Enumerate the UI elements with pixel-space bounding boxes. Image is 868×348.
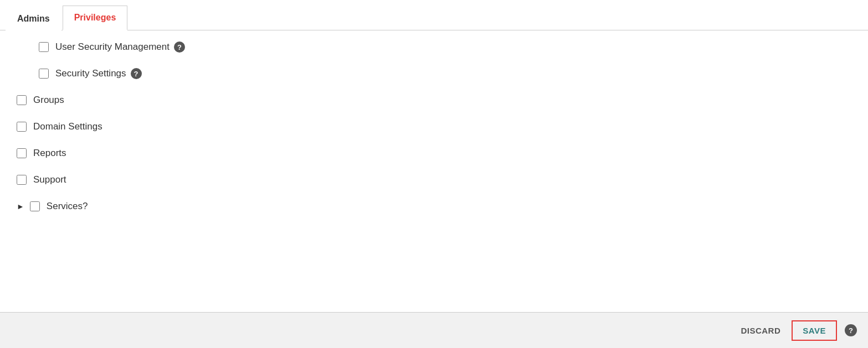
support-checkbox[interactable] xyxy=(17,175,27,185)
reports-row: Reports xyxy=(17,148,851,159)
groups-row: Groups xyxy=(17,95,851,106)
footer-help-icon[interactable]: ? xyxy=(845,324,857,336)
tabs-bar: Admins Privileges xyxy=(0,0,868,30)
services-expand-arrow[interactable]: ► xyxy=(17,202,24,211)
reports-checkbox[interactable] xyxy=(17,148,27,158)
support-label: Support xyxy=(33,174,66,185)
save-button[interactable]: SAVE xyxy=(792,320,837,341)
security-settings-label: Security Settings xyxy=(55,68,126,79)
user-security-management-checkbox[interactable] xyxy=(39,42,49,52)
security-settings-help-icon[interactable]: ? xyxy=(131,68,142,79)
user-security-management-label: User Security Management xyxy=(55,41,170,53)
services-label: Services xyxy=(47,201,83,212)
tab-privileges[interactable]: Privileges xyxy=(63,6,128,30)
domain-settings-checkbox[interactable] xyxy=(17,122,27,132)
groups-checkbox[interactable] xyxy=(17,95,27,105)
user-security-management-row: User Security Management ? xyxy=(39,41,851,53)
security-settings-row: Security Settings ? xyxy=(39,68,851,79)
security-settings-checkbox[interactable] xyxy=(39,69,49,79)
user-security-management-help-icon[interactable]: ? xyxy=(174,41,185,53)
services-row: ► Services ? xyxy=(17,201,851,212)
main-content: User Security Management ? Security Sett… xyxy=(0,30,868,312)
domain-settings-row: Domain Settings xyxy=(17,121,851,132)
discard-button[interactable]: DISCARD xyxy=(741,326,780,335)
reports-label: Reports xyxy=(33,148,66,159)
groups-label: Groups xyxy=(33,95,64,106)
support-row: Support xyxy=(17,174,851,185)
tab-admins[interactable]: Admins xyxy=(6,7,61,30)
services-checkbox[interactable] xyxy=(30,201,40,211)
domain-settings-label: Domain Settings xyxy=(33,121,102,132)
footer: DISCARD SAVE ? xyxy=(0,312,868,348)
services-help-icon[interactable]: ? xyxy=(83,201,88,212)
